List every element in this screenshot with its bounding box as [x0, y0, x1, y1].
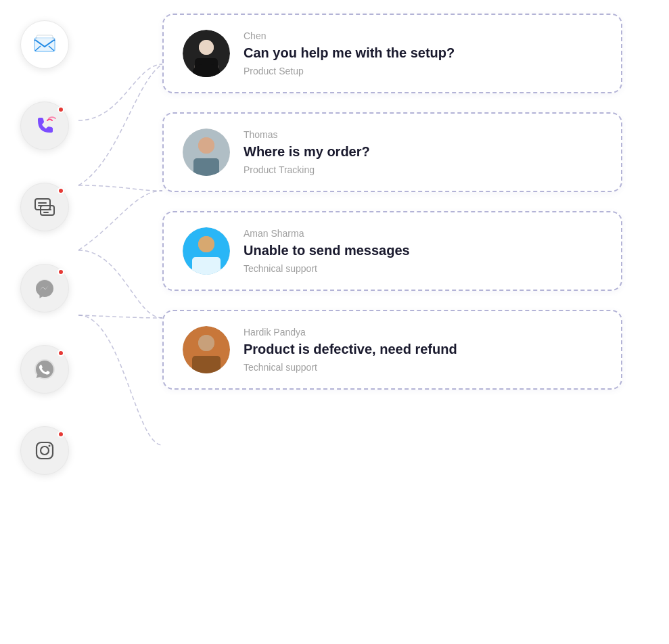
card-content-thomas: Thomas Where is my order? Product Tracki… [244, 129, 602, 175]
svg-point-20 [199, 40, 214, 55]
card-message-chen: Can you help me with the setup? [244, 44, 602, 62]
card-name-chen: Chen [244, 30, 602, 41]
chat-notification-dot [57, 187, 64, 194]
card-content-hardik: Hardik Pandya Product is defective, need… [244, 327, 602, 373]
card-thomas[interactable]: Thomas Where is my order? Product Tracki… [162, 112, 622, 192]
card-category-thomas: Product Tracking [244, 164, 602, 175]
svg-rect-5 [35, 199, 50, 210]
card-category-aman: Technical support [244, 263, 602, 274]
svg-point-29 [198, 236, 214, 252]
whatsapp-notification-dot [57, 350, 64, 356]
phone-notification-dot [57, 106, 64, 113]
avatar-hardik [183, 326, 230, 373]
channel-phone[interactable] [20, 101, 69, 150]
messenger-icon [32, 276, 57, 300]
svg-point-14 [41, 446, 49, 455]
svg-point-25 [198, 137, 214, 154]
phone-icon [32, 114, 57, 138]
avatar-chen [183, 30, 230, 77]
card-category-hardik: Technical support [244, 362, 602, 373]
avatar-thomas [183, 129, 230, 176]
channel-chat[interactable] [20, 183, 69, 231]
card-hardik[interactable]: Hardik Pandya Product is defective, need… [162, 310, 622, 390]
avatar-aman [183, 227, 230, 275]
email-icon [32, 32, 57, 57]
channel-email[interactable] [20, 20, 69, 69]
instagram-icon [32, 438, 57, 463]
card-message-aman: Unable to send messages [244, 242, 602, 259]
channel-whatsapp[interactable] [20, 345, 69, 394]
svg-rect-24 [193, 158, 219, 176]
card-name-hardik: Hardik Pandya [244, 327, 602, 338]
whatsapp-icon [32, 357, 57, 382]
svg-point-33 [198, 335, 214, 351]
svg-rect-32 [192, 356, 221, 373]
card-content-chen: Chen Can you help me with the setup? Pro… [244, 30, 602, 76]
card-name-aman: Aman Sharma [244, 228, 602, 239]
svg-rect-13 [37, 442, 53, 459]
chat-icon [32, 195, 57, 219]
channels-list [20, 20, 69, 475]
card-message-hardik: Product is defective, need refund [244, 340, 602, 358]
card-name-thomas: Thomas [244, 129, 602, 140]
svg-rect-28 [192, 257, 221, 275]
card-category-chen: Product Setup [244, 66, 602, 76]
conversation-cards: Chen Can you help me with the setup? Pro… [162, 14, 622, 390]
card-content-aman: Aman Sharma Unable to send messages Tech… [244, 228, 602, 274]
card-aman[interactable]: Aman Sharma Unable to send messages Tech… [162, 211, 622, 291]
messenger-notification-dot [57, 269, 64, 275]
card-message-thomas: Where is my order? [244, 143, 602, 160]
channel-messenger[interactable] [20, 264, 69, 313]
instagram-notification-dot [57, 431, 64, 438]
channel-instagram[interactable] [20, 426, 69, 475]
scene: Chen Can you help me with the setup? Pro… [0, 0, 669, 644]
svg-point-15 [49, 445, 51, 447]
card-chen[interactable]: Chen Can you help me with the setup? Pro… [162, 14, 622, 93]
